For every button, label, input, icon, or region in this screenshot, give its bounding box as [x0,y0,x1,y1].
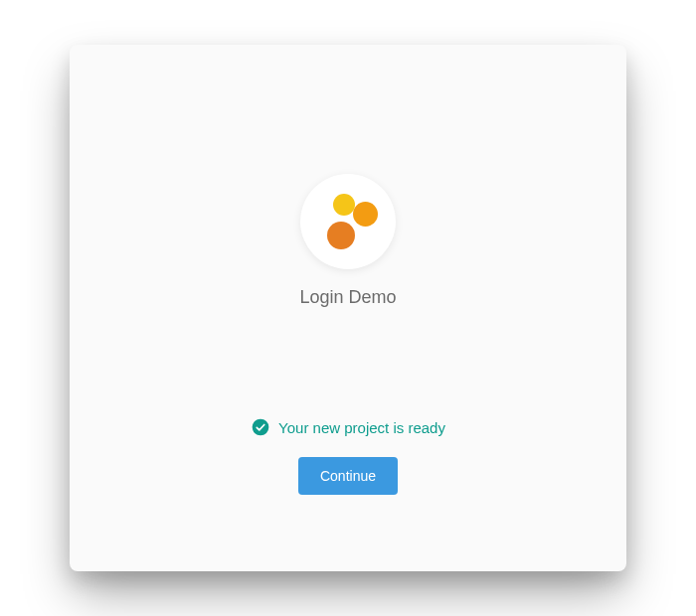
svg-point-0 [253,419,269,436]
status-row: Your new project is ready [251,417,445,437]
status-message: Your new project is ready [278,419,445,436]
logo-dots-icon [318,192,378,251]
app-logo [300,174,396,269]
app-title: Login Demo [299,287,396,308]
check-circle-icon [251,417,270,437]
continue-button[interactable]: Continue [298,457,398,495]
project-ready-card: Login Demo Your new project is ready Con… [70,45,626,571]
